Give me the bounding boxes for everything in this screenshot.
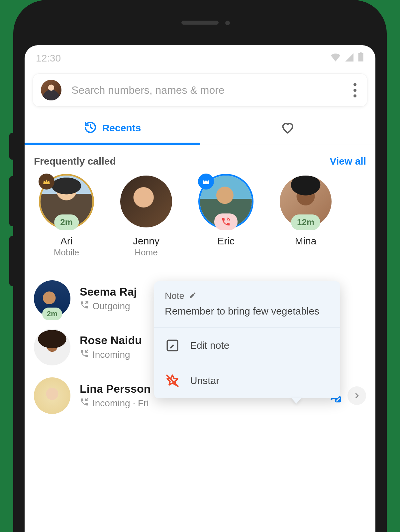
frequent-item[interactable]: 12m Mina (276, 176, 336, 258)
contact-avatar (34, 329, 70, 365)
signal-icon (344, 53, 354, 64)
svg-rect-0 (360, 52, 362, 53)
phone-speaker (181, 21, 219, 25)
contact-name: Eric (217, 235, 235, 247)
note-label: Note (165, 291, 184, 301)
tabs: Recents (25, 113, 375, 145)
pencil-icon[interactable] (189, 291, 196, 301)
tab-recents[interactable]: Recents (25, 113, 200, 145)
time-badge: 12m (291, 214, 320, 230)
time-badge: 2m (42, 308, 62, 320)
contact-sub: Mobile (54, 247, 79, 258)
history-icon (84, 121, 97, 135)
call-direction: Incoming (92, 349, 130, 360)
status-bar: 12:30 (25, 45, 375, 67)
note-text: Remember to bring few vegetables (165, 305, 330, 318)
battery-icon (357, 52, 364, 64)
call-direction: Incoming · Fri (92, 398, 149, 409)
calling-badge (214, 213, 238, 230)
expand-button[interactable] (348, 386, 366, 405)
contact-name: Ari (60, 235, 73, 247)
unstar-label: Unstar (190, 375, 219, 386)
frequent-list[interactable]: 2m Ari Mobile Jenny Home (25, 173, 375, 258)
tab-favorites[interactable] (200, 113, 375, 145)
incoming-call-icon (80, 349, 89, 360)
contact-name: Mina (295, 235, 316, 247)
note-section: Note Remember to bring few vegetables (154, 281, 340, 328)
contact-avatar (120, 176, 172, 227)
more-icon[interactable] (351, 80, 359, 100)
edit-box-icon (165, 338, 180, 353)
outgoing-call-icon (80, 300, 89, 312)
status-time: 12:30 (36, 53, 61, 64)
heart-icon (280, 120, 295, 136)
contact-name: Jenny (133, 235, 159, 247)
search-bar[interactable] (33, 73, 367, 107)
incoming-call-icon (80, 397, 89, 409)
frequent-item[interactable]: 2m Ari Mobile (37, 176, 96, 258)
phone-camera (225, 21, 230, 25)
edit-note-label: Edit note (190, 340, 229, 351)
contact-sub: Home (135, 247, 157, 258)
unstar-item[interactable]: Unstar (154, 363, 340, 398)
svg-rect-1 (358, 53, 363, 62)
frequent-header: Frequently called View all (25, 145, 375, 173)
note-popup: Note Remember to bring few vegetables (154, 281, 340, 398)
tab-recents-label: Recents (102, 122, 141, 134)
popup-tail (291, 398, 302, 404)
phone-frame: 12:30 (13, 0, 387, 532)
frequent-item[interactable]: Jenny Home (116, 176, 176, 258)
screen: 12:30 (25, 45, 375, 532)
call-direction: Outgoing (92, 301, 130, 312)
contact-avatar (34, 377, 70, 414)
view-all-link[interactable]: View all (330, 156, 366, 167)
profile-avatar[interactable] (41, 80, 61, 100)
unstar-icon (165, 373, 180, 388)
search-input[interactable] (71, 84, 341, 96)
crown-icon (39, 174, 54, 190)
crown-icon (198, 174, 214, 190)
edit-note-item[interactable]: Edit note (154, 328, 340, 363)
wifi-icon (330, 53, 341, 64)
frequent-item[interactable]: Eric (196, 176, 256, 258)
time-badge: 2m (54, 214, 79, 230)
frequent-title: Frequently called (34, 156, 116, 167)
